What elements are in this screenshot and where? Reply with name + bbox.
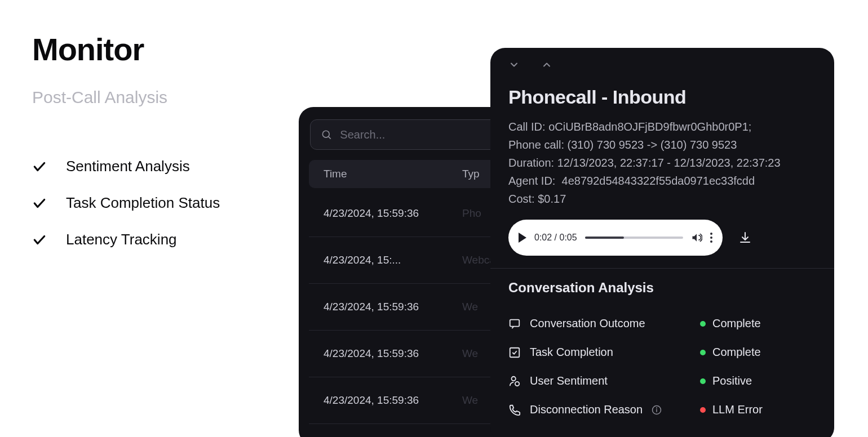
status-dot — [700, 407, 706, 413]
meta-duration: Duration: 12/13/2023, 22:37:17 - 12/13/2… — [508, 154, 816, 171]
info-icon[interactable] — [652, 405, 662, 415]
volume-icon[interactable] — [691, 232, 702, 243]
status-dot — [700, 378, 706, 384]
svg-rect-3 — [510, 347, 520, 357]
divider — [490, 268, 834, 269]
svg-point-0 — [322, 131, 329, 137]
analysis-row-outcome: Conversation Outcome Complete — [508, 309, 816, 338]
feature-item: Sentiment Analysis — [32, 158, 269, 175]
user-icon — [508, 375, 521, 387]
analysis-label: User Sentiment — [530, 374, 608, 387]
detail-title: Phonecall - Inbound — [508, 86, 816, 108]
analysis-status: Positive — [712, 374, 752, 387]
feature-item: Task Completion Status — [32, 194, 269, 212]
feature-label: Latency Tracking — [66, 231, 177, 248]
audio-track[interactable] — [585, 237, 683, 239]
analysis-row-task: Task Completion Complete — [508, 338, 816, 367]
analysis-status: LLM Error — [712, 403, 763, 416]
analysis-label: Task Completion — [530, 346, 613, 359]
svg-line-1 — [329, 137, 331, 139]
svg-point-4 — [512, 376, 516, 380]
call-detail-panel: Phonecall - Inbound Call ID: oCiUBrB8adn… — [490, 48, 834, 437]
svg-point-8 — [657, 407, 657, 408]
check-square-icon — [508, 346, 521, 359]
analysis-row-sentiment: User Sentiment Positive — [508, 367, 816, 395]
analysis-status: Complete — [712, 317, 761, 330]
more-icon[interactable] — [710, 233, 712, 243]
page-subtitle: Post-Call Analysis — [32, 88, 269, 107]
feature-item: Latency Tracking — [32, 231, 269, 248]
check-icon — [32, 196, 47, 211]
status-dot — [700, 350, 706, 355]
search-icon — [321, 128, 332, 141]
check-icon — [32, 233, 47, 247]
analysis-status: Complete — [712, 346, 761, 359]
audio-time: 0:02 / 0:05 — [534, 233, 577, 243]
analysis-label: Conversation Outcome — [530, 317, 645, 330]
svg-point-5 — [515, 381, 519, 385]
meta-phone: Phone call: (310) 730 9523 -> (310) 730 … — [508, 136, 816, 153]
cell-time: 4/23/2024, 15:59:36 — [324, 394, 462, 407]
cell-time: 4/23/2024, 15:59:36 — [324, 207, 462, 220]
meta-call-id: Call ID: oCiUBrB8adn8OJFjBD9fbwr0Ghb0r0P… — [508, 118, 816, 135]
meta-agent: Agent ID: 4e8792d54843322f55da0971ec33fc… — [508, 172, 816, 189]
feature-label: Sentiment Analysis — [66, 158, 190, 175]
header-time: Time — [324, 168, 462, 180]
phone-icon — [508, 404, 521, 416]
download-icon[interactable] — [738, 231, 752, 244]
analysis-heading: Conversation Analysis — [508, 280, 816, 296]
cell-time: 4/23/2024, 15:59:36 — [324, 301, 462, 313]
status-dot — [700, 321, 706, 327]
analysis-row-disconnect: Disconnection Reason LLM Error — [508, 395, 816, 424]
check-icon — [32, 159, 47, 174]
svg-rect-2 — [510, 319, 520, 326]
analysis-label: Disconnection Reason — [530, 403, 643, 416]
feature-list: Sentiment Analysis Task Completion Statu… — [32, 158, 269, 248]
chat-icon — [508, 318, 521, 330]
cell-time: 4/23/2024, 15:59:36 — [324, 347, 462, 360]
audio-player[interactable]: 0:02 / 0:05 — [508, 220, 723, 256]
chevron-up-icon[interactable] — [541, 59, 552, 70]
meta-cost: Cost: $0.17 — [508, 190, 816, 207]
page-title: Monitor — [32, 31, 269, 68]
chevron-down-icon[interactable] — [508, 59, 520, 70]
play-icon[interactable] — [519, 233, 526, 243]
cell-time: 4/23/2024, 15:... — [324, 254, 462, 266]
feature-label: Task Completion Status — [66, 194, 220, 212]
